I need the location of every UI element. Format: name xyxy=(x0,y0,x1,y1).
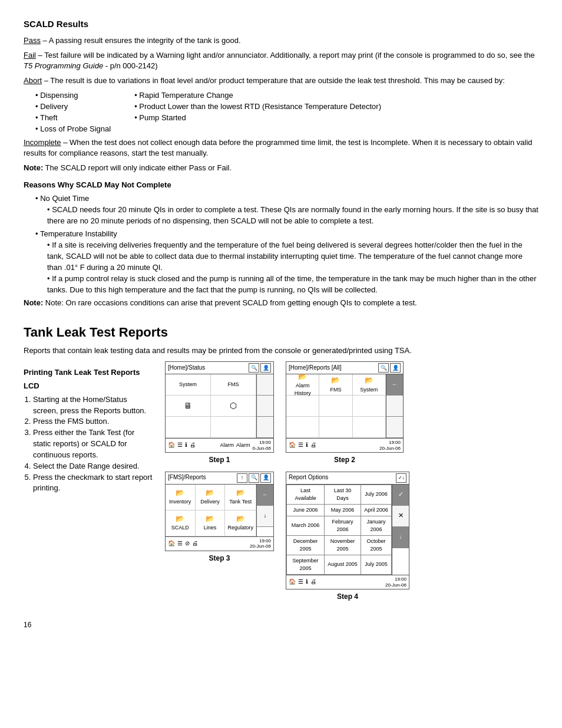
table-cell: July 2005 xyxy=(361,555,391,574)
bullet-item: Rapid Temperature Change xyxy=(134,90,381,101)
menu-icon: ☰ xyxy=(177,441,183,450)
print-icon3: 🖨 xyxy=(192,539,198,548)
step3-side-down: ↓ xyxy=(257,506,273,527)
tank-leak-title: Tank Leak Test Reports xyxy=(24,323,538,342)
step1-body: System FMS 🖥 ⬡ xyxy=(166,374,273,438)
fail-pn: - p/n 000-2142) xyxy=(103,61,158,70)
step1-diagram: [Home]/Status 🔍 👤 System xyxy=(165,361,274,466)
step4-diagram: Report Options ✓↓ Last Available xyxy=(286,472,409,602)
print-icon2: 🖨 xyxy=(310,441,316,450)
menu-icon2: ☰ xyxy=(298,441,303,450)
step1-cell-system: System xyxy=(166,374,211,396)
step2-label: Step 2 xyxy=(334,455,355,465)
step1-lcd: [Home]/Status 🔍 👤 System xyxy=(165,361,274,453)
table-cell: February 2006 xyxy=(325,516,361,535)
step3-up-icon: ↑ xyxy=(237,473,247,483)
step4-bottom-icons: 🏠 ☰ ℹ 🖨 xyxy=(289,578,316,587)
printing-section: Printing Tank Leak Test Reports LCD Star… xyxy=(24,361,538,602)
tank-leak-subtitle: Reports that contain leak testing data a… xyxy=(24,345,538,357)
step2-side-back: ← xyxy=(386,374,403,396)
step3-regulatory: 📂 Regulatory xyxy=(225,510,256,536)
table-cell: January 2006 xyxy=(361,516,391,535)
step4-label: Step 4 xyxy=(337,592,358,602)
step2-bottom-bar: 🏠 ☰ ℹ 🖨 19:0020-Jun-06 xyxy=(286,438,403,452)
temp-subs: If a site is receiving deliveries freque… xyxy=(47,240,538,295)
step4-time: 19:0020-Jun-06 xyxy=(385,577,406,588)
note1: Note: The SCALD report will only indicat… xyxy=(24,163,538,174)
bullets-col1: Dispensing Delivery Theft Loss of Probe … xyxy=(35,90,111,134)
step2-body: 📂 Alarm History 📂 FMS 📂 System xyxy=(286,374,403,438)
table-row: March 2006 February 2006 January 2006 xyxy=(287,516,392,535)
step1-title-text: [Home]/Status xyxy=(168,364,205,373)
step2-title-text: [Home]/Reports [All] xyxy=(289,364,341,373)
step4-title-text: Report Options xyxy=(289,473,328,482)
step3-lcd: [FMS]/Reports ↑ 🔍 👤 📂 Inv xyxy=(165,472,274,551)
step2-diagram: [Home]/Reports [All] 🔍 👤 📂 Alarm History xyxy=(286,361,404,466)
step1-side-btn1 xyxy=(257,374,273,396)
temp-instability-label: Temperature Instability If a site is rec… xyxy=(35,229,538,295)
step2-lcd: [Home]/Reports [All] 🔍 👤 📂 Alarm History xyxy=(286,361,404,453)
table-cell: April 2006 xyxy=(361,504,391,516)
step2-person-icon: 👤 xyxy=(390,363,401,373)
table-cell: July 2006 xyxy=(361,485,391,504)
step2-side-btn2 xyxy=(386,396,403,417)
step3-lines: 📂 Lines xyxy=(196,510,226,536)
table-row: June 2006 May 2006 April 2006 xyxy=(287,504,392,516)
info-icon: ℹ xyxy=(185,441,187,450)
info-icon2: ℹ xyxy=(306,441,308,450)
menu-icon3: ☰ xyxy=(177,539,183,548)
step2-cell-e4 xyxy=(286,417,319,438)
bullet-item: Product Lower than the lowest RTD (Resis… xyxy=(134,101,381,113)
menu-icon4: ☰ xyxy=(298,578,303,587)
step2-side-btn3 xyxy=(386,417,403,438)
fail-text: – Test failure will be indicated by a Wa… xyxy=(36,51,535,60)
step3-side-btns: ← ↓ xyxy=(256,485,273,536)
info-icon4: ℹ xyxy=(306,578,308,587)
step3-diagram: [FMS]/Reports ↑ 🔍 👤 📂 Inv xyxy=(165,472,274,602)
table-cell: May 2006 xyxy=(325,504,361,516)
step1-side-btn2 xyxy=(257,396,273,417)
table-cell: November 2005 xyxy=(325,535,361,555)
incomplete-paragraph: Incomplete – When the test does not coll… xyxy=(24,137,538,160)
step2-cell-e6 xyxy=(353,417,386,438)
table-row: Last Available Last 30 Days July 2006 xyxy=(287,485,392,504)
table-cell: Last 30 Days xyxy=(325,485,361,504)
step2-cell-e1 xyxy=(286,396,319,417)
step1-cell-icon2: ⬡ xyxy=(211,396,256,417)
step2-bottom-icons: 🏠 ☰ ℹ 🖨 xyxy=(289,441,316,450)
abort-label: Abort xyxy=(24,76,42,85)
step1-time: 19:000-Jun-06 xyxy=(252,440,271,451)
pass-text: – A passing result ensures the integrity… xyxy=(41,36,241,45)
tank-leak-section: Tank Leak Test Reports Reports that cont… xyxy=(24,323,538,602)
no-quiet-sub1: SCALD needs four 20 minute QIs in order … xyxy=(47,205,538,227)
diagrams-row1: [Home]/Status 🔍 👤 System xyxy=(165,361,538,466)
step3-search-icon: 🔍 xyxy=(249,473,259,483)
scald-results-section: SCALD Results Pass – A passing result en… xyxy=(24,18,538,309)
table-cell: September 2005 xyxy=(287,555,325,574)
step3-grid: 📂 Inventory 📂 Delivery 📂 Tank Test xyxy=(166,485,256,536)
step3-scald: 📂 SCALD xyxy=(166,510,196,536)
step1-label: Step 1 xyxy=(209,455,230,465)
diagrams-row2: [FMS]/Reports ↑ 🔍 👤 📂 Inv xyxy=(165,472,538,602)
step1-bottom-icons: 🏠 ☰ ℹ 🖨 xyxy=(168,441,196,450)
step1-alarm2: Alarm xyxy=(236,442,250,449)
step2-cell-fms: 📂 FMS xyxy=(319,374,352,396)
no-quiet-label: No Quiet Time SCALD needs four 20 minute… xyxy=(35,193,538,227)
step-3-instruction: Press either the Tank Test (for static r… xyxy=(33,427,153,461)
temp-instability-section: Temperature Instability If a site is rec… xyxy=(35,229,538,295)
table-cell: Last Available xyxy=(287,485,325,504)
step3-bottom-bar: 🏠 ☰ ⊘ 🖨 19:0020-Jun-06 xyxy=(166,536,273,551)
bullets-col2: Rapid Temperature Change Product Lower t… xyxy=(134,90,381,134)
step3-title-text: [FMS]/Reports xyxy=(168,473,206,482)
printing-instructions: Printing Tank Leak Test Reports LCD Star… xyxy=(24,361,153,602)
note2: Note: Note: On rare occasions conditions… xyxy=(24,298,538,309)
step4-checkmark: ✓ xyxy=(392,485,409,506)
diagrams-area: [Home]/Status 🔍 👤 System xyxy=(165,361,538,602)
step-1-instruction: Starting at the Home/Status screen, pres… xyxy=(33,394,153,417)
pass-paragraph: Pass – A passing result ensures the inte… xyxy=(24,35,538,47)
step3-body: 📂 Inventory 📂 Delivery 📂 Tank Test xyxy=(166,485,273,536)
step1-alarm-area: Alarm Alarm 19:000-Jun-06 xyxy=(220,440,271,451)
step-5-instruction: Press the checkmark to start report prin… xyxy=(33,472,153,495)
table-row: December 2005 November 2005 October 2005 xyxy=(287,535,392,555)
scald-title: SCALD Results xyxy=(24,18,538,31)
